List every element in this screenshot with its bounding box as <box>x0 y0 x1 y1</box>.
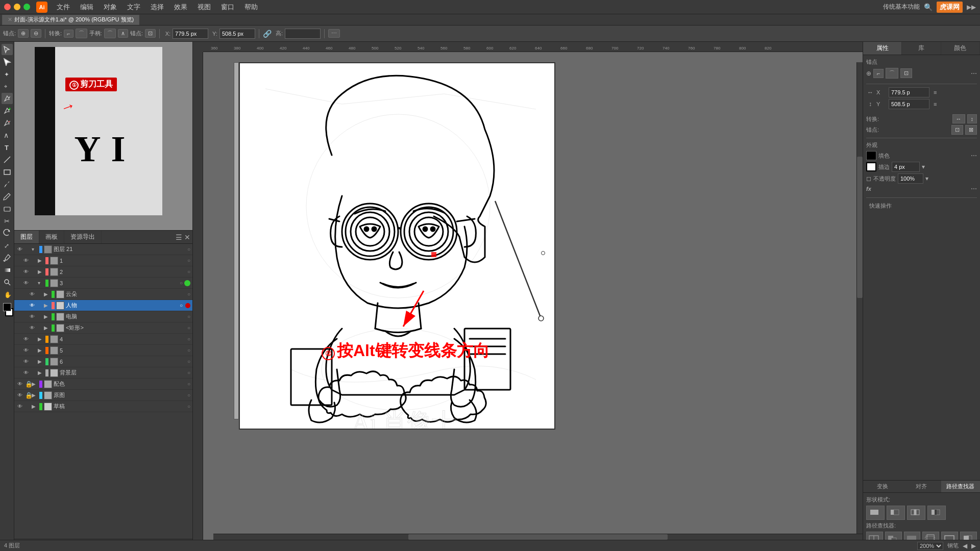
unite-btn[interactable] <box>866 506 885 520</box>
h-input[interactable] <box>285 29 321 39</box>
layer-expand-6[interactable]: ▶ <box>38 359 44 364</box>
y-input[interactable] <box>219 29 255 39</box>
tab-pathfinder[interactable]: 路径查找器 <box>941 481 980 492</box>
layer-vis-21[interactable]: 👁 <box>16 246 23 253</box>
layer-expand-2[interactable]: ▶ <box>38 269 44 274</box>
tab-layers[interactable]: 图层 <box>14 231 39 243</box>
tab-align[interactable]: 对齐 <box>902 481 941 492</box>
transform-smooth[interactable]: ⌒ <box>76 29 87 38</box>
zoom-btn[interactable] <box>2 277 13 288</box>
layer-row-pc[interactable]: 👁 ▶ 电脑 ○ <box>14 311 192 322</box>
fill-color-swatch[interactable] <box>866 151 876 160</box>
anchor-convert-btn[interactable]: ∧ <box>2 130 13 141</box>
anchor-btn-2[interactable]: ⊖ <box>31 29 41 38</box>
gradient-btn[interactable] <box>2 264 13 276</box>
scissors-btn[interactable]: ✂ <box>2 215 13 227</box>
direct-selection-btn[interactable] <box>2 56 13 67</box>
layer-circle-5[interactable]: ○ <box>184 347 190 353</box>
transform-btn-1[interactable]: ↔ <box>952 114 965 123</box>
layer-circle-bg[interactable]: ○ <box>184 370 190 375</box>
rotate-btn[interactable] <box>2 228 13 239</box>
layer-circle-sketch[interactable]: ○ <box>184 404 190 409</box>
layer-row-sketch[interactable]: 👁 ▶ 草稿 ○ <box>14 401 192 412</box>
fx-label[interactable]: fx <box>866 186 871 192</box>
opacity-input[interactable] <box>898 173 923 184</box>
layer-expand-sketch[interactable]: ▶ <box>32 404 38 409</box>
layer-expand-orig[interactable]: ▶ <box>32 392 38 398</box>
stroke-color-swatch[interactable] <box>866 162 876 171</box>
layer-circle-orig[interactable]: ○ <box>184 392 190 398</box>
zoom-select[interactable]: 200% 100% 50% <box>917 542 943 550</box>
eraser-tool-btn[interactable] <box>2 203 13 214</box>
next-page-btn[interactable]: ▶ <box>971 542 976 549</box>
layer-vis-3[interactable]: 👁 <box>22 280 30 287</box>
add-anchor-btn[interactable]: + <box>2 105 13 116</box>
menu-text[interactable]: 文字 <box>123 2 144 13</box>
menu-select[interactable]: 选择 <box>146 2 168 13</box>
tab-library[interactable]: 库 <box>902 42 941 55</box>
layer-circle-1[interactable]: ○ <box>184 258 190 263</box>
prev-page-btn[interactable]: ◀ <box>963 542 967 549</box>
h-scroll-thumb[interactable] <box>408 534 668 540</box>
del-anchor-btn[interactable]: - <box>2 117 13 129</box>
layer-row-bg[interactable]: 👁 ▶ 背景层 ○ <box>14 367 192 379</box>
layer-circle-21[interactable]: ○ <box>184 246 190 252</box>
layer-expand-color[interactable]: ▶ <box>32 381 38 387</box>
hand-btn[interactable]: ✋ <box>2 289 13 300</box>
layer-row-color[interactable]: 👁 🔒 ▶ 配色 ○ <box>14 379 192 390</box>
hand-btn-1[interactable]: ⌒ <box>104 29 116 38</box>
layer-lock-color[interactable]: 🔒 <box>25 381 30 388</box>
layer-row-1[interactable]: 👁 ▶ 1 ○ <box>14 255 192 266</box>
selection-tool-btn[interactable] <box>2 44 13 55</box>
lasso-btn[interactable]: ⌖ <box>2 81 13 92</box>
layer-expand-rect[interactable]: ▶ <box>44 325 50 331</box>
layer-row-orig[interactable]: 👁 🔒 ▶ 原图 ○ <box>14 390 192 401</box>
tab-artboards[interactable]: 画板 <box>39 231 64 243</box>
anchor-smooth-btn[interactable]: ⌒ <box>886 68 898 79</box>
traffic-light-green[interactable] <box>23 4 30 10</box>
v-scrollbar[interactable] <box>856 62 863 534</box>
layer-vis-4[interactable]: 👁 <box>22 336 30 343</box>
layer-row-5[interactable]: 👁 ▶ 5 ○ <box>14 345 192 356</box>
canvas-area[interactable]: 360 380 400 420 440 460 480 500 520 540 … <box>193 42 863 551</box>
layer-row-yun[interactable]: 👁 ▶ 云朵 ○ <box>14 289 192 300</box>
layer-circle-rect[interactable]: ○ <box>184 325 190 331</box>
layer-circle-pc[interactable]: ○ <box>184 314 190 319</box>
anchor-corner-btn[interactable]: ⌐ <box>873 69 884 78</box>
line-tool-btn[interactable] <box>2 154 13 165</box>
pencil-tool-btn[interactable] <box>2 191 13 202</box>
more-anchor-icon[interactable]: ⋯ <box>971 70 977 77</box>
layer-circle-person[interactable]: ○ <box>177 303 183 308</box>
layer-circle-color[interactable]: ○ <box>184 381 190 387</box>
layer-vis-color[interactable]: 👁 <box>16 381 23 388</box>
minus-front-btn[interactable] <box>887 506 905 520</box>
eyedropper-btn[interactable] <box>2 252 13 263</box>
layer-row-rect[interactable]: 👁 ▶ <矩形> ○ <box>14 322 192 334</box>
hand-btn-2[interactable]: ∧ <box>118 29 128 38</box>
anchor-btn-1[interactable]: ⊕ <box>18 29 29 38</box>
layer-vis-orig[interactable]: 👁 <box>16 392 23 399</box>
search-icon[interactable]: 🔍 <box>924 3 933 11</box>
opacity-down-icon[interactable]: ▾ <box>925 175 928 182</box>
menu-help[interactable]: 帮助 <box>240 2 262 13</box>
traffic-light-yellow[interactable] <box>14 4 20 10</box>
layer-vis-bg[interactable]: 👁 <box>22 369 30 377</box>
transform-btn-2[interactable]: ↕ <box>967 114 977 123</box>
layer-vis-6[interactable]: 👁 <box>22 358 30 365</box>
layer-row-4[interactable]: 👁 ▶ 4 ○ <box>14 334 192 345</box>
tab-properties[interactable]: 属性 <box>863 42 902 55</box>
menu-view[interactable]: 视图 <box>193 2 215 13</box>
tab-close-btn[interactable]: ✕ <box>8 16 12 23</box>
layer-circle-yun[interactable]: ○ <box>184 291 190 297</box>
layer-expand-5[interactable]: ▶ <box>38 347 44 353</box>
canvas-content[interactable]: Ai 肖像士 ②按Alt键转变线条方向 <box>203 52 863 540</box>
menu-edit[interactable]: 编辑 <box>76 2 97 13</box>
layer-expand-bg[interactable]: ▶ <box>38 370 44 375</box>
h-scrollbar[interactable] <box>213 534 863 540</box>
menu-effect[interactable]: 效果 <box>170 2 191 13</box>
tab-color[interactable]: 颜色 <box>941 42 980 55</box>
layer-vis-2[interactable]: 👁 <box>22 268 30 276</box>
stroke-down-icon[interactable]: ▾ <box>922 163 925 170</box>
document-tab[interactable]: ✕ 封面-演示源文件1.ai* @ 200% (RGB/GPU 预览) <box>2 15 139 25</box>
layer-row-21[interactable]: 👁 ▾ 图层 21 ○ <box>14 244 192 255</box>
